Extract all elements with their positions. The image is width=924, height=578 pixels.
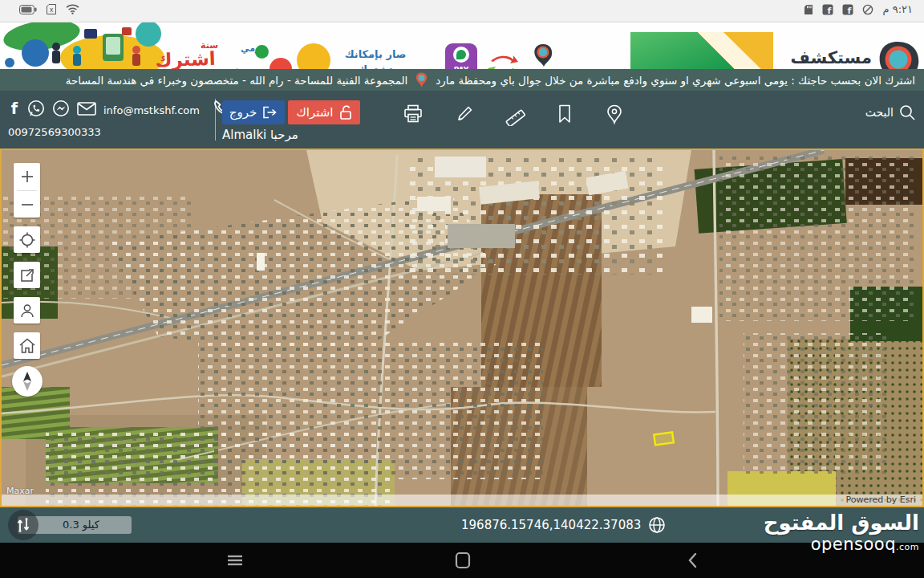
app-toolbar: f info@mstkshf.com 00972569300333 خروج ا… bbox=[0, 91, 924, 149]
export-button[interactable] bbox=[14, 262, 40, 288]
battery-icon bbox=[19, 5, 37, 14]
whatsapp-icon[interactable] bbox=[27, 100, 45, 120]
zoom-control bbox=[14, 163, 40, 218]
globe-icon[interactable] bbox=[648, 516, 666, 534]
logout-button-label: خروج bbox=[229, 105, 257, 120]
phone-number: 00972569300333 bbox=[8, 126, 101, 138]
banner-flag-graphic bbox=[627, 31, 776, 69]
banner-tagline: صار بإمكانك تشترك من خلال جوال بي bbox=[335, 47, 415, 69]
logout-button[interactable]: خروج bbox=[222, 100, 285, 124]
menu-icon bbox=[225, 550, 245, 571]
attribution-strip bbox=[2, 495, 922, 506]
esri-attribution: Powered by Esri bbox=[845, 495, 916, 506]
subscribe-button-label: اشتراك bbox=[296, 105, 333, 120]
home-button[interactable] bbox=[14, 332, 40, 359]
bookmark-button[interactable] bbox=[555, 104, 576, 124]
status-bar: x f f ٩:٢١ م bbox=[0, 0, 924, 22]
zoom-in-button[interactable] bbox=[14, 163, 40, 190]
email-address[interactable]: info@mstkshf.com bbox=[103, 104, 200, 116]
print-button[interactable] bbox=[403, 104, 424, 124]
minus-icon bbox=[21, 198, 34, 211]
facebook-notification-icon: f bbox=[842, 4, 853, 15]
facebook-icon[interactable]: f bbox=[10, 100, 20, 120]
promo-banner: اشترك سنة يومي شهر اسبوعي صار بإمكانك تش… bbox=[0, 22, 924, 69]
unit-toggle-button[interactable] bbox=[8, 510, 38, 540]
yellow-dot bbox=[297, 43, 330, 69]
coordinates-readout: 196876.15746,140422.37083 bbox=[461, 518, 641, 532]
android-nav-bar bbox=[0, 543, 924, 578]
banner-illustration bbox=[0, 22, 172, 69]
back-button[interactable] bbox=[683, 550, 703, 574]
app-screen: x f f ٩:٢١ م bbox=[0, 0, 924, 578]
draw-button[interactable] bbox=[454, 104, 475, 124]
facebook-notification-icon: f bbox=[822, 4, 833, 15]
location-pin-button[interactable] bbox=[605, 104, 626, 124]
exchange-arrows-icon bbox=[488, 53, 518, 69]
search-label: البحث bbox=[865, 106, 894, 119]
mute-icon bbox=[862, 4, 873, 15]
messenger-icon[interactable] bbox=[52, 100, 70, 120]
ticker-text-1: اشترك الان بحسب حاجتك : يومي اسبوعي شهري… bbox=[436, 74, 915, 87]
clock: ٩:٢١ م bbox=[882, 3, 913, 15]
home-nav-button[interactable] bbox=[453, 550, 472, 574]
sd-card-icon bbox=[804, 4, 813, 15]
swap-vertical-icon bbox=[15, 517, 31, 533]
locate-me-button[interactable] bbox=[14, 226, 40, 253]
red-dot bbox=[270, 58, 292, 69]
search-button[interactable]: البحث bbox=[865, 104, 916, 121]
satellite-imagery bbox=[2, 150, 922, 506]
ticker-text-2: المجموعة الفنية للمساحة - رام الله - متخ… bbox=[66, 74, 408, 87]
toolbar-divider bbox=[215, 99, 216, 140]
welcome-message: مرحبا Almalki bbox=[222, 128, 298, 142]
green-dot bbox=[255, 45, 269, 59]
banner-period-year: سنة bbox=[201, 40, 218, 51]
person-icon bbox=[19, 303, 35, 319]
mustakshef-brand: مستكشف دوت •كوم لنكون أقرب ... bbox=[772, 48, 872, 69]
recent-apps-button[interactable] bbox=[225, 550, 245, 574]
map-info-bar: 0.3 كيلو 196876.15746,140422.37083 bbox=[0, 507, 924, 543]
ticker-pin-icon bbox=[415, 72, 428, 88]
user-button[interactable] bbox=[14, 297, 40, 324]
unlock-icon bbox=[339, 105, 352, 120]
wifi-icon bbox=[66, 4, 79, 14]
email-icon bbox=[77, 102, 96, 119]
svg-text:f: f bbox=[848, 5, 852, 15]
square-icon bbox=[453, 550, 472, 571]
svg-text:x: x bbox=[50, 6, 54, 14]
svg-text:f: f bbox=[828, 5, 832, 15]
zoom-out-button[interactable] bbox=[14, 191, 40, 218]
home-icon bbox=[18, 338, 36, 354]
svg-text:f: f bbox=[11, 100, 18, 116]
news-ticker: اشترك الان بحسب حاجتك : يومي اسبوعي شهري… bbox=[0, 69, 924, 91]
jawwal-pay-logo: PAY Jawwal Pay المحفظة الالكترونية bbox=[443, 43, 480, 69]
no-sim-icon: x bbox=[45, 4, 58, 14]
export-icon bbox=[19, 267, 35, 283]
locate-icon bbox=[19, 232, 35, 248]
chevron-left-icon bbox=[683, 550, 703, 571]
measure-button[interactable] bbox=[504, 104, 525, 124]
tagline-line1: صار بإمكانك تشترك bbox=[335, 47, 415, 69]
logout-icon bbox=[262, 106, 278, 119]
brand-name: مستكشف bbox=[772, 48, 872, 67]
subscribe-button[interactable]: اشتراك bbox=[288, 100, 360, 124]
map-viewport[interactable]: Maxar Powered by Esri bbox=[0, 149, 924, 507]
compass-button[interactable] bbox=[12, 366, 43, 397]
compass-needle-icon bbox=[18, 370, 37, 393]
scale-label: 0.3 كيلو bbox=[63, 519, 99, 531]
selected-parcel-outline bbox=[654, 432, 674, 445]
maxar-attribution: Maxar bbox=[6, 486, 34, 496]
plus-icon bbox=[21, 170, 34, 183]
mustakshef-mini-logo: مستكشف دوت كوم bbox=[523, 43, 563, 69]
mustakshef-pin-logo bbox=[876, 40, 922, 69]
banner-subscribe-word: اشترك bbox=[154, 48, 217, 69]
search-icon bbox=[898, 104, 916, 121]
